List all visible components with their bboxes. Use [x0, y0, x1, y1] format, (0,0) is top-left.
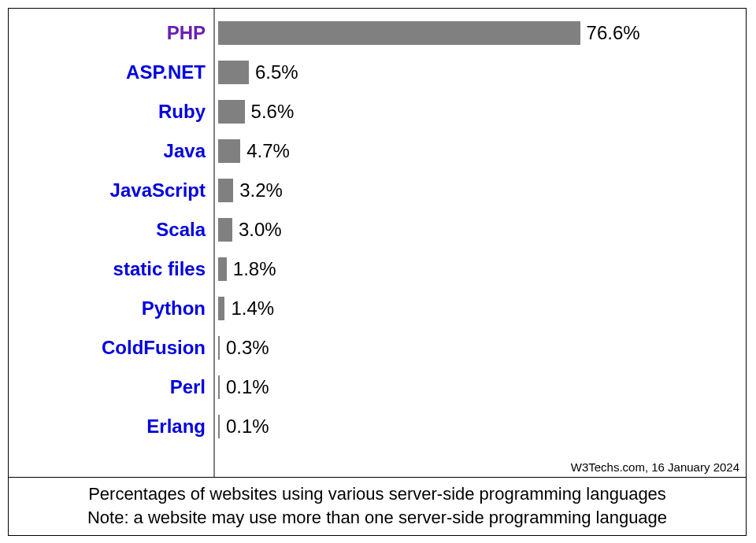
- category-link[interactable]: JavaScript: [9, 179, 206, 202]
- bar-row: Erlang0.1%: [9, 415, 746, 438]
- bar-value-label: 5.6%: [251, 100, 295, 124]
- bar-value-label: 1.4%: [231, 297, 274, 320]
- category-link[interactable]: ColdFusion: [9, 336, 206, 360]
- bar-value-label: 4.7%: [246, 139, 290, 163]
- chart-frame: PHP76.6%ASP.NET6.5%Ruby5.6%Java4.7%JavaS…: [8, 8, 747, 536]
- bar-value-label: 1.8%: [233, 257, 276, 281]
- bar: [218, 21, 580, 45]
- bar-value-label: 0.1%: [226, 415, 269, 438]
- category-link[interactable]: Ruby: [9, 100, 206, 124]
- bar-value-label: 6.5%: [255, 61, 298, 84]
- bar-row: Python1.4%: [9, 297, 746, 320]
- bar-row: JavaScript3.2%: [9, 179, 746, 202]
- bar-row: PHP76.6%: [9, 21, 746, 45]
- category-link[interactable]: Java: [9, 139, 206, 163]
- bar: [218, 375, 220, 399]
- bar-value-label: 0.1%: [226, 375, 269, 399]
- bar-row: Java4.7%: [9, 139, 746, 163]
- category-link[interactable]: static files: [9, 257, 206, 281]
- category-link[interactable]: Python: [9, 297, 206, 320]
- bar: [218, 297, 224, 320]
- chart-caption: Percentages of websites using various se…: [9, 477, 746, 535]
- bar-row: Perl0.1%: [9, 375, 746, 399]
- caption-title: Percentages of websites using various se…: [12, 482, 743, 506]
- bar: [218, 336, 220, 360]
- bar: [218, 179, 233, 202]
- bar-value-label: 76.6%: [587, 21, 640, 45]
- category-link[interactable]: Erlang: [9, 415, 206, 438]
- bar-value-label: 0.3%: [226, 336, 269, 360]
- category-link[interactable]: ASP.NET: [9, 61, 206, 84]
- bar: [218, 257, 227, 281]
- bar: [218, 415, 220, 438]
- category-link[interactable]: Perl: [9, 375, 206, 399]
- bar: [218, 61, 249, 84]
- category-link[interactable]: PHP: [9, 21, 206, 45]
- bar-value-label: 3.2%: [239, 179, 283, 202]
- caption-note: Note: a website may use more than one se…: [12, 506, 743, 530]
- bar: [218, 218, 232, 242]
- bar-row: ColdFusion0.3%: [9, 336, 746, 360]
- bar: [218, 100, 245, 124]
- attribution-text: W3Techs.com, 16 January 2024: [571, 460, 739, 474]
- bar-row: ASP.NET6.5%: [9, 61, 746, 84]
- bar-row: Ruby5.6%: [9, 100, 746, 124]
- bar-value-label: 3.0%: [239, 218, 282, 242]
- category-link[interactable]: Scala: [9, 218, 206, 242]
- bar: [218, 139, 240, 163]
- bar-row: Scala3.0%: [9, 218, 746, 242]
- chart-body: PHP76.6%ASP.NET6.5%Ruby5.6%Java4.7%JavaS…: [9, 9, 746, 477]
- bar-row: static files1.8%: [9, 257, 746, 281]
